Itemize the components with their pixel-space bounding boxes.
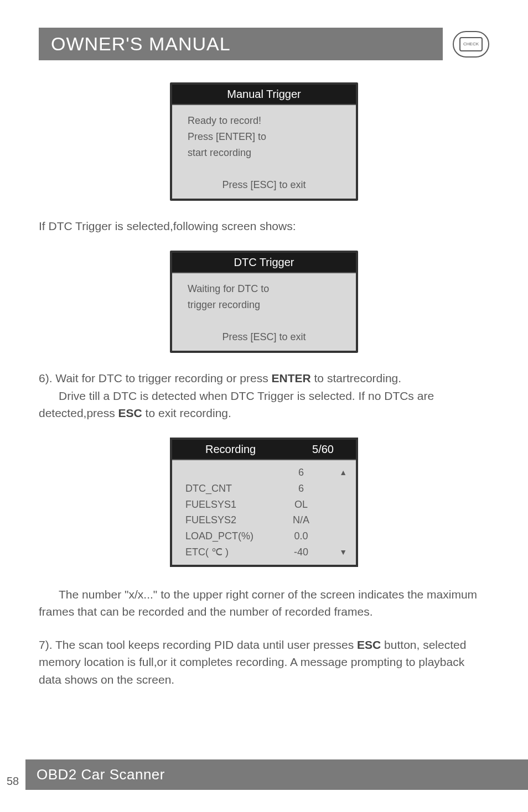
- recording-body: 6 ▲ DTC_CNT 6 FUELSYS1 OL FUELSYS2 N/A L…: [172, 460, 356, 565]
- text-span: to exit recording.: [142, 407, 231, 419]
- page-number: 58: [0, 775, 25, 790]
- screen-line: Ready to record!: [188, 113, 340, 129]
- recording-title: Recording: [205, 443, 256, 456]
- screen-body: Ready to record! Press [ENTER] to start …: [172, 105, 356, 170]
- row-value: -40: [268, 544, 334, 560]
- row-label: FUELSYS1: [185, 497, 268, 513]
- screen-title: DTC Trigger: [172, 253, 356, 273]
- body-paragraph: The number "x/x..." to the upper right c…: [39, 586, 489, 621]
- body-paragraph: If DTC Trigger is selected,following scr…: [39, 217, 489, 235]
- manual-title: OWNER'S MANUAL: [39, 28, 443, 60]
- esc-key-label: ESC: [357, 638, 381, 651]
- text-span: to startrecording.: [311, 372, 401, 384]
- body-paragraph: 7). The scan tool keeps recording PID da…: [39, 636, 489, 689]
- table-row: DTC_CNT 6: [185, 481, 347, 497]
- table-row: FUELSYS1 OL: [185, 497, 347, 513]
- dtc-trigger-screen: DTC Trigger Waiting for DTC to trigger r…: [170, 251, 358, 353]
- row-value: 6: [268, 465, 334, 481]
- manual-trigger-screen: Manual Trigger Ready to record! Press [E…: [170, 82, 358, 201]
- row-label: ETC( ℃ ): [185, 544, 268, 560]
- recording-screen: Recording 5/60 6 ▲ DTC_CNT 6 FUELSYS1 OL…: [170, 438, 358, 567]
- screen-footer: Press [ESC] to exit: [172, 170, 356, 199]
- engine-icon-label: CHECK: [459, 37, 483, 51]
- table-row: FUELSYS2 N/A: [185, 512, 347, 528]
- esc-key-label: ESC: [118, 407, 142, 419]
- screen-body: Waiting for DTC to trigger recording: [172, 273, 356, 323]
- screen-footer: Press [ESC] to exit: [172, 322, 356, 351]
- enter-key-label: ENTER: [272, 372, 311, 384]
- text-span: 7). The scan tool keeps recording PID da…: [39, 638, 357, 651]
- text-span: Drive till a DTC is detected when DTC Tr…: [39, 389, 434, 420]
- check-engine-icon: CHECK: [453, 31, 489, 58]
- row-label: LOAD_PCT(%): [185, 528, 268, 544]
- table-row: LOAD_PCT(%) 0.0: [185, 528, 347, 544]
- page-footer: 58 OBD2 Car Scanner: [0, 759, 528, 790]
- screen-line: trigger recording: [188, 297, 340, 313]
- row-value: N/A: [268, 512, 334, 528]
- row-value: OL: [268, 497, 334, 513]
- row-value: 6: [268, 481, 334, 497]
- text-span: 6). Wait for DTC to trigger recording or…: [39, 372, 272, 384]
- screen-line: Waiting for DTC to: [188, 281, 340, 297]
- row-value: 0.0: [268, 528, 334, 544]
- row-label: FUELSYS2: [185, 512, 268, 528]
- table-row: ETC( ℃ ) -40 ▼: [185, 544, 347, 560]
- row-label: DTC_CNT: [185, 481, 268, 497]
- screen-title-row: Recording 5/60: [172, 440, 356, 460]
- page-header: OWNER'S MANUAL CHECK: [39, 28, 489, 60]
- body-paragraph: 6). Wait for DTC to trigger recording or…: [39, 369, 489, 422]
- table-row: 6 ▲: [185, 465, 347, 481]
- screen-title: Manual Trigger: [172, 85, 356, 105]
- screen-line: Press [ENTER] to: [188, 129, 340, 145]
- screen-line: start recording: [188, 145, 340, 161]
- recording-counter: 5/60: [312, 443, 334, 456]
- footer-title: OBD2 Car Scanner: [25, 759, 528, 790]
- up-arrow-icon: ▲: [334, 466, 347, 478]
- down-arrow-icon: ▼: [334, 546, 347, 558]
